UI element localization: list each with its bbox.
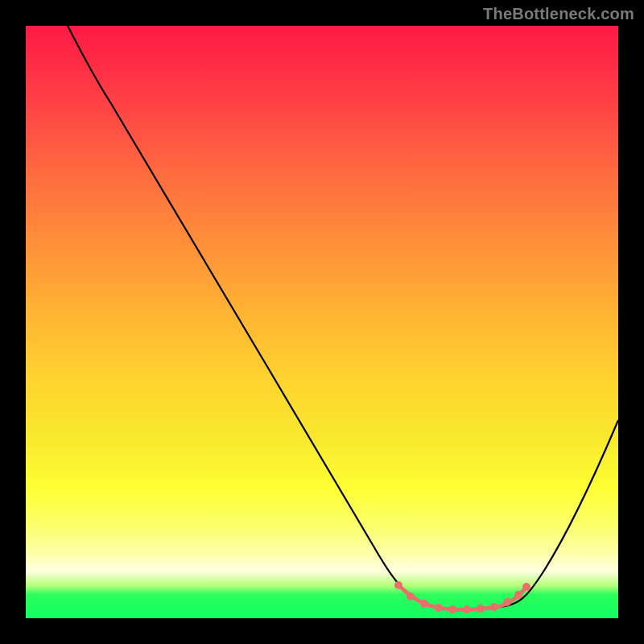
watermark-text: TheBottleneck.com <box>483 5 634 23</box>
bottleneck-curve <box>68 26 618 609</box>
plot-area <box>26 26 618 618</box>
chart-svg <box>26 26 618 618</box>
chart-frame: TheBottleneck.com <box>0 0 644 644</box>
